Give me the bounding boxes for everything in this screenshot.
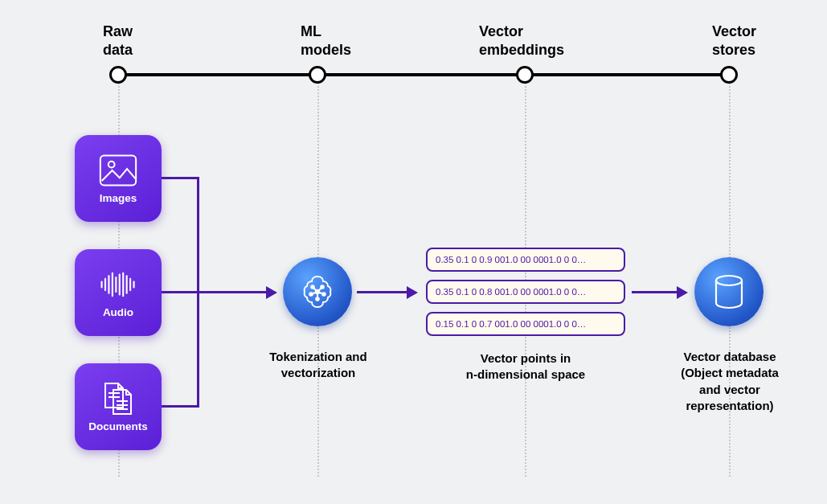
arrow-to-ml [266,286,277,299]
card-audio: Audio [75,249,162,336]
card-audio-label: Audio [103,306,133,318]
connector-stub-documents [162,405,197,408]
card-documents: Documents [75,363,162,450]
timeline-label-vector-stores: Vector stores [712,23,756,59]
connector-ml-to-emb [357,291,408,293]
timeline-axis [118,73,729,76]
svg-rect-0 [100,155,136,185]
arrow-ml-to-emb [407,286,418,299]
embedding-row-1: 0.35 0.1 0 0.9 001.0 00 0001.0 0 0… [426,248,625,272]
timeline-node-2 [309,66,326,84]
vector-database-icon [694,257,764,326]
embedding-row-3: 0.15 0.1 0 0.7 001.0 00 0001.0 0 0… [426,312,625,336]
connector-to-ml [197,291,268,293]
connector-emb-to-store [632,291,678,293]
embedding-row-2: 0.35 0.1 0 0.8 001.0 00 0001.0 0 0… [426,280,625,304]
card-documents-label: Documents [88,420,148,432]
timeline-label-raw-data: Raw data [103,23,133,59]
arrow-emb-to-store [677,286,688,299]
svg-point-1 [108,161,115,167]
timeline-node-3 [516,66,534,84]
document-icon [99,382,137,416]
ml-model-icon [283,257,352,326]
timeline-node-4 [720,66,738,84]
timeline-label-ml-models: ML models [301,23,351,59]
audio-icon [99,268,137,301]
svg-point-28 [716,276,742,285]
connector-stub-images [162,177,197,179]
timeline-node-1 [109,66,127,84]
embeddings-label: Vector points in n-dimensional space [453,350,598,383]
svg-point-27 [316,290,319,293]
card-images: Images [75,135,162,222]
ml-model-label: Tokenization and vectorization [256,349,381,382]
connector-stub-audio [162,291,197,293]
timeline-label-vector-embeddings: Vector embeddings [479,23,564,59]
card-images-label: Images [100,192,137,204]
image-icon [99,154,137,187]
vector-database-label: Vector database (Object metadata and vec… [665,349,794,414]
